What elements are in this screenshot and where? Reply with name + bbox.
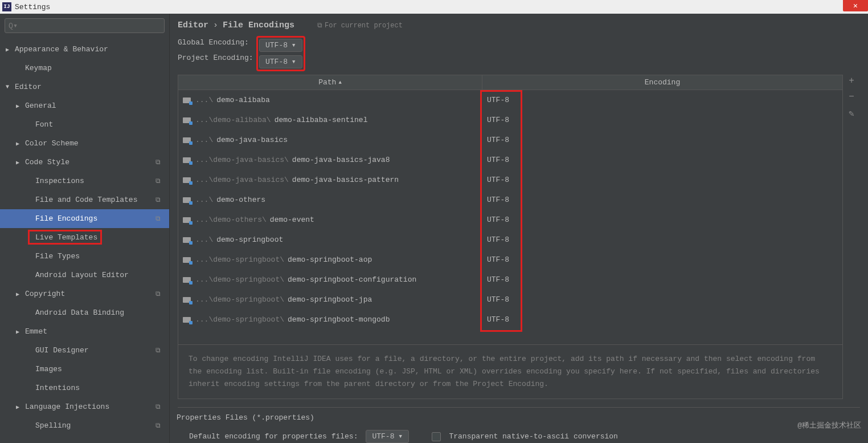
breadcrumb: Editor › File Encodings ⧉ For current pr… xyxy=(170,14,868,36)
sidebar-item-spelling[interactable]: ▶Spelling⧉ xyxy=(0,416,169,435)
table-row[interactable]: ...\demo-springbootUTF-8 xyxy=(178,230,842,250)
encoding-cell[interactable]: UTF-8 xyxy=(482,216,842,224)
folder-icon xyxy=(183,256,192,264)
sidebar-item-label: Android Layout Editor xyxy=(35,271,169,279)
sidebar-item-file-and-code-templates[interactable]: ▶File and Code Templates⧉ xyxy=(0,190,169,209)
transparent-ascii-checkbox[interactable] xyxy=(432,432,441,441)
table-row[interactable]: ...\demo-others\demo-eventUTF-8 xyxy=(178,210,842,230)
sidebar-item-color-scheme[interactable]: ▶Color Scheme xyxy=(0,134,169,153)
content-pane: Editor › File Encodings ⧉ For current pr… xyxy=(170,14,868,443)
encoding-cell[interactable]: UTF-8 xyxy=(482,116,842,124)
sidebar-item-language-injections[interactable]: ▶Language Injections⧉ xyxy=(0,397,169,416)
sidebar-item-label: File Encodings xyxy=(35,214,155,223)
sidebar-item-label: Android Data Binding xyxy=(35,308,169,317)
table-row[interactable]: ...\demo-java-basics\demo-java-basics-pa… xyxy=(178,170,842,190)
remove-button[interactable]: − xyxy=(849,92,854,102)
project-encoding-select[interactable]: UTF-8 ▼ xyxy=(259,55,302,68)
table-row[interactable]: ...\demo-othersUTF-8 xyxy=(178,190,842,210)
global-encoding-select[interactable]: UTF-8 ▼ xyxy=(259,39,302,52)
encoding-cell[interactable]: UTF-8 xyxy=(482,275,842,284)
breadcrumb-sep: › xyxy=(213,21,218,30)
table-row[interactable]: ...\demo-java-basics\demo-java-basics-ja… xyxy=(178,150,842,170)
table-row[interactable]: ...\demo-alibabaUTF-8 xyxy=(178,90,842,110)
global-encoding-label: Global Encoding: xyxy=(178,38,256,47)
properties-section: Properties Files (*.properties) Default … xyxy=(178,407,860,443)
table-row[interactable]: ...\demo-alibaba\demo-alibaba-sentinelUT… xyxy=(178,110,842,130)
sidebar-item-font[interactable]: ▶Font xyxy=(0,115,169,134)
encoding-cell[interactable]: UTF-8 xyxy=(482,255,842,264)
chevron-down-icon: ▼ xyxy=(399,434,402,440)
table-row[interactable]: ...\demo-springboot\demo-springboot-aopU… xyxy=(178,250,842,270)
default-props-encoding-select[interactable]: UTF-8 ▼ xyxy=(366,430,409,443)
sidebar-item-emmet[interactable]: ▶Emmet xyxy=(0,322,169,341)
watermark: @稀土掘金技术社区 xyxy=(797,420,861,430)
sidebar-item-code-style[interactable]: ▶Code Style⧉ xyxy=(0,153,169,172)
encoding-cell[interactable]: UTF-8 xyxy=(482,136,842,144)
sidebar-item-label: Emmet xyxy=(25,327,169,336)
default-props-encoding-label: Default encoding for properties files: xyxy=(189,432,358,441)
sidebar-item-label: Images xyxy=(35,365,169,373)
table-row[interactable]: ...\demo-java-basicsUTF-8 xyxy=(178,130,842,150)
project-scope-icon: ⧉ xyxy=(155,347,166,355)
project-scope-icon: ⧉ xyxy=(155,215,166,223)
sidebar-item-copyright[interactable]: ▶Copyright⧉ xyxy=(0,285,169,303)
search-input[interactable] xyxy=(5,18,165,33)
sidebar-item-keymap[interactable]: ▶Keymap xyxy=(0,59,169,78)
breadcrumb-root: Editor xyxy=(178,21,208,30)
sidebar-item-label: Editor xyxy=(15,83,169,91)
transparent-ascii-label: Transparent native-to-ascii conversion xyxy=(449,432,617,441)
encoding-cell[interactable]: UTF-8 xyxy=(482,176,842,184)
folder-icon xyxy=(183,216,192,224)
sidebar-item-label: Color Scheme xyxy=(25,139,169,148)
sidebar-item-inspections[interactable]: ▶Inspections⧉ xyxy=(0,172,169,190)
sidebar-item-label: Copyright xyxy=(25,290,155,298)
folder-icon xyxy=(183,96,192,104)
app-icon: IJ xyxy=(2,2,11,11)
chevron-down-icon: ▼ xyxy=(292,59,295,65)
tree-arrow-icon: ▶ xyxy=(16,140,25,147)
table-row[interactable]: ...\demo-springboot\demo-springboot-conf… xyxy=(178,270,842,290)
encoding-cell[interactable]: UTF-8 xyxy=(482,295,842,304)
sidebar-item-general[interactable]: ▶General xyxy=(0,96,169,115)
sidebar-item-android-layout-editor[interactable]: ▶Android Layout Editor xyxy=(0,266,169,285)
project-scope-icon: ⧉ xyxy=(155,177,166,185)
sidebar-item-label: GUI Designer xyxy=(35,346,155,355)
tree-arrow-icon: ▶ xyxy=(16,291,25,298)
title-bar: IJ Settings ✕ xyxy=(0,0,868,14)
sidebar-item-label: Language Injections xyxy=(25,403,155,411)
add-button[interactable]: + xyxy=(849,76,854,86)
sidebar-item-label: Inspections xyxy=(35,177,155,185)
sidebar-item-file-types[interactable]: ▶File Types xyxy=(0,247,169,266)
table-side-buttons: + − ✎ xyxy=(843,75,860,399)
encoding-cell[interactable]: UTF-8 xyxy=(482,196,842,204)
folder-icon xyxy=(183,316,192,324)
encoding-cell[interactable]: UTF-8 xyxy=(482,315,842,324)
folder-icon xyxy=(183,156,192,164)
sort-asc-icon: ▲ xyxy=(338,80,341,86)
column-header-path[interactable]: Path ▲ xyxy=(178,75,482,90)
sidebar-item-images[interactable]: ▶Images xyxy=(0,360,169,379)
sidebar-item-live-templates[interactable]: ▶Live Templates xyxy=(0,228,169,247)
table-row[interactable]: ...\demo-springboot\demo-springboot-jpaU… xyxy=(178,290,842,310)
sidebar-item-label: General xyxy=(25,101,169,110)
encoding-cell[interactable]: UTF-8 xyxy=(482,156,842,164)
sidebar-item-label: Spelling xyxy=(35,421,155,430)
close-button[interactable]: ✕ xyxy=(843,0,868,11)
encoding-cell[interactable]: UTF-8 xyxy=(482,235,842,244)
sidebar-item-gui-designer[interactable]: ▶GUI Designer⧉ xyxy=(0,341,169,360)
sidebar-item-intentions[interactable]: ▶Intentions xyxy=(0,379,169,397)
sidebar-item-android-data-binding[interactable]: ▶Android Data Binding xyxy=(0,303,169,322)
column-header-encoding[interactable]: Encoding xyxy=(482,75,842,90)
project-scope-icon: ⧉ xyxy=(155,422,166,430)
sidebar-item-editor[interactable]: ▼Editor xyxy=(0,78,169,96)
sidebar-item-file-encodings[interactable]: ▶File Encodings⧉ xyxy=(0,209,169,228)
window-title: Settings xyxy=(15,3,50,11)
project-scope-icon: ⧉ xyxy=(155,196,166,204)
table-row[interactable]: ...\demo-springboot\demo-springboot-mong… xyxy=(178,310,842,330)
encoding-cell[interactable]: UTF-8 xyxy=(482,96,842,104)
sidebar-item-appearance-behavior[interactable]: ▶Appearance & Behavior xyxy=(0,40,169,59)
project-scope-icon: ⧉ xyxy=(155,403,166,411)
folder-icon xyxy=(183,236,192,244)
edit-button[interactable]: ✎ xyxy=(849,108,854,119)
encoding-table: Path ▲ Encoding ...\demo-alibabaUTF-8...… xyxy=(178,75,843,399)
